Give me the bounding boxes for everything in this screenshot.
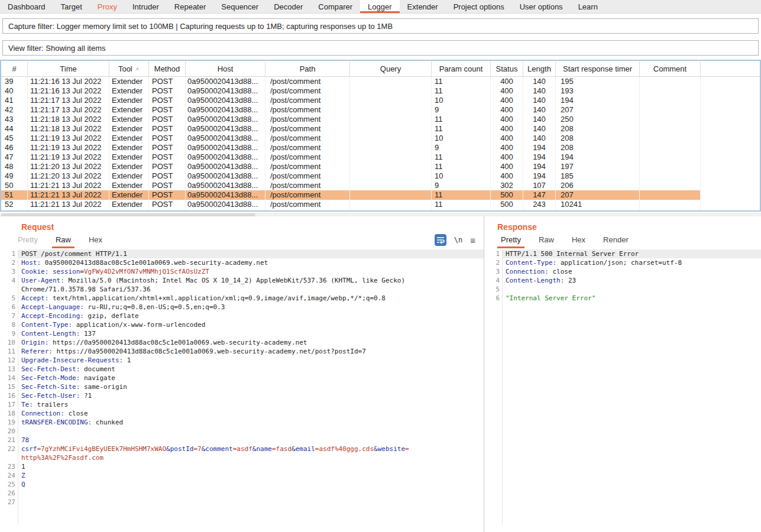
line-number: 22 <box>0 445 18 453</box>
line-number: 1 <box>484 249 502 258</box>
cell-status: 400 <box>491 124 523 134</box>
line-content: Referer: https://0a9500020413d88ac08c5c1… <box>18 347 484 356</box>
response-editor-line-3: 3Connection: close <box>484 267 761 276</box>
cell-length: 194 <box>523 171 556 181</box>
table-row-47[interactable]: 4711:21:19 13 Jul 2022ExtenderPOST0a9500… <box>1 153 760 162</box>
menu-tab-proxy[interactable]: Proxy <box>90 0 125 13</box>
response-tab-hex[interactable]: Hex <box>572 235 585 248</box>
request-editor-line-25: 25Q <box>0 480 484 489</box>
table-row-52[interactable]: 5211:21:21 13 Jul 2022ExtenderPOST0a9500… <box>1 200 760 209</box>
soft-wrap-icon[interactable] <box>435 234 446 246</box>
response-editor[interactable]: 1HTTP/1.1 500 Internal Server Error2Cont… <box>484 249 761 524</box>
line-number: 27 <box>0 498 18 507</box>
cell-length: 140 <box>523 124 556 134</box>
column-header-param-count[interactable]: Param count <box>432 61 491 76</box>
menu-tab-decoder[interactable]: Decoder <box>266 0 310 13</box>
table-row-45[interactable]: 4511:21:19 13 Jul 2022ExtenderPOST0a9500… <box>1 134 760 143</box>
column-header-label: Start response timer <box>563 64 632 73</box>
column-header-filler <box>701 61 760 76</box>
cell-host: 0a9500020413d88... <box>186 190 265 200</box>
response-editor-line-1: 1HTTP/1.1 500 Internal Server Error <box>484 249 761 258</box>
menu-tab-user-options[interactable]: User options <box>512 0 571 13</box>
column-header-method[interactable]: Method <box>149 61 186 76</box>
column-header-status[interactable]: Status <box>491 61 523 76</box>
line-content: 1 <box>18 462 484 471</box>
line-number: 14 <box>0 374 18 382</box>
cell-tool: Extender <box>109 153 149 162</box>
cell-host: 0a9500020413d88... <box>186 86 265 96</box>
menu-tab-repeater[interactable]: Repeater <box>167 0 213 13</box>
column-header-time[interactable]: Time <box>28 61 109 76</box>
column-header-comment[interactable]: Comment <box>640 61 701 76</box>
menu-tab-extender[interactable]: Extender <box>400 0 446 13</box>
view-filter-bar[interactable]: View filter: Showing all items <box>2 40 759 56</box>
table-row-50[interactable]: 5011:21:21 13 Jul 2022ExtenderPOST0a9500… <box>1 181 760 190</box>
table-row-51[interactable]: 5111:21:21 13 Jul 2022ExtenderPOST0a9500… <box>1 190 760 200</box>
table-row-49[interactable]: 4911:21:20 13 Jul 2022ExtenderPOST0a9500… <box>1 171 760 181</box>
response-tab-render[interactable]: Render <box>603 235 629 248</box>
request-editor-line-27: 27 <box>0 498 484 507</box>
menu-tab-learn[interactable]: Learn <box>571 0 605 13</box>
table-row-40[interactable]: 4011:21:16 13 Jul 2022ExtenderPOST0a9500… <box>1 86 760 96</box>
line-number: 13 <box>0 365 18 374</box>
cell-tool: Extender <box>109 181 149 190</box>
menu-tab-comparer[interactable]: Comparer <box>310 0 360 13</box>
table-row-46[interactable]: 4611:21:19 13 Jul 2022ExtenderPOST0a9500… <box>1 143 760 153</box>
request-tabs: PrettyRawHex\n≡ <box>0 232 484 248</box>
menu-tab-project-options[interactable]: Project options <box>446 0 512 13</box>
table-row-44[interactable]: 4411:21:18 13 Jul 2022ExtenderPOST0a9500… <box>1 124 760 134</box>
cell-param_count: 9 <box>432 105 491 115</box>
cell-host: 0a9500020413d88... <box>186 115 265 124</box>
line-content <box>18 489 484 498</box>
line-content: User-Agent: Mozilla/5.0 (Macintosh; Inte… <box>18 276 484 285</box>
cell-time: 11:21:21 13 Jul 2022 <box>28 200 109 209</box>
line-number <box>0 453 18 462</box>
column-header-start-response-timer[interactable]: Start response timer <box>556 61 640 76</box>
cell-filler <box>701 162 760 171</box>
table-row-53[interactable]: 5311:21:22 13 Jul 2022ExtenderPOST0a9500… <box>1 209 760 210</box>
menu-tab-dashboard[interactable]: Dashboard <box>0 0 53 13</box>
line-number: 7 <box>0 312 18 320</box>
request-tab-pretty[interactable]: Pretty <box>18 235 38 248</box>
request-tab-raw[interactable]: Raw <box>56 235 71 248</box>
cell-time: 11:21:17 13 Jul 2022 <box>28 96 109 105</box>
cell-param_count: 11 <box>432 115 491 124</box>
column-header-path[interactable]: Path <box>265 61 350 76</box>
newline-icon[interactable]: \n <box>454 236 462 244</box>
request-tab-hex[interactable]: Hex <box>89 235 102 248</box>
menu-tab-intruder[interactable]: Intruder <box>125 0 167 13</box>
column-header-length[interactable]: Length <box>523 61 556 76</box>
cell-comment <box>640 105 701 115</box>
cell-query <box>350 134 432 143</box>
column-header--[interactable]: # <box>1 61 28 76</box>
menu-tab-logger[interactable]: Logger <box>360 0 399 13</box>
column-header-query[interactable]: Query <box>350 61 432 76</box>
column-header-tool[interactable]: Tool∧ <box>109 61 149 76</box>
cell-path: /post/comment <box>265 96 350 105</box>
cell-query <box>350 171 432 181</box>
response-tab-pretty[interactable]: Pretty <box>501 235 521 248</box>
table-row-39[interactable]: 3911:21:16 13 Jul 2022ExtenderPOST0a9500… <box>1 77 760 86</box>
cell-length: 140 <box>523 96 556 105</box>
cell-length: 194 <box>523 143 556 153</box>
table-row-41[interactable]: 4111:21:17 13 Jul 2022ExtenderPOST0a9500… <box>1 96 760 105</box>
line-content <box>18 427 484 436</box>
capture-filter-bar[interactable]: Capture filter: Logger memory limit set … <box>2 18 759 34</box>
sort-ascending-icon: ∧ <box>135 66 140 72</box>
cell-length: 140 <box>523 86 556 96</box>
table-row-48[interactable]: 4811:21:20 13 Jul 2022ExtenderPOST0a9500… <box>1 162 760 171</box>
cell-start_response_timer: 10241 <box>556 200 640 209</box>
menu-tab-target[interactable]: Target <box>53 0 90 13</box>
table-row-43[interactable]: 4311:21:18 13 Jul 2022ExtenderPOST0a9500… <box>1 115 760 124</box>
menu-tab-sequencer[interactable]: Sequencer <box>213 0 266 13</box>
request-editor[interactable]: 1POST /post/comment HTTP/1.12Host: 0a950… <box>0 249 484 524</box>
table-row-42[interactable]: 4211:21:17 13 Jul 2022ExtenderPOST0a9500… <box>1 105 760 115</box>
editor-menu-icon[interactable]: ≡ <box>470 235 475 245</box>
cell-param_count: 10 <box>432 171 491 181</box>
request-editor-line-4: 4User-Agent: Mozilla/5.0 (Macintosh; Int… <box>0 276 484 285</box>
cell-length: 107 <box>523 181 556 190</box>
cell-tool: Extender <box>109 134 149 143</box>
response-tab-raw[interactable]: Raw <box>539 235 554 248</box>
cell-start_response_timer: 250 <box>556 115 640 124</box>
column-header-host[interactable]: Host <box>186 61 265 76</box>
